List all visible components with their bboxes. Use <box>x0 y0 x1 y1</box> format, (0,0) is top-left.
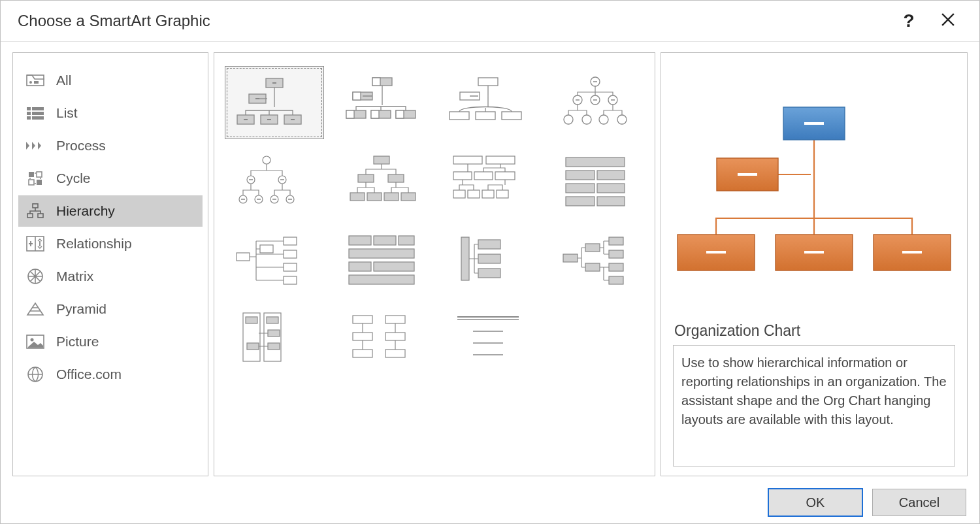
svg-rect-14 <box>27 214 33 218</box>
svg-rect-3 <box>27 107 31 110</box>
help-icon: ? <box>903 10 914 31</box>
close-button[interactable] <box>932 5 964 37</box>
svg-rect-7 <box>27 116 31 120</box>
layout-gallery <box>214 52 655 476</box>
category-label: Pyramid <box>56 301 106 317</box>
svg-rect-85 <box>349 236 371 245</box>
svg-rect-6 <box>32 112 44 115</box>
svg-rect-68 <box>453 190 465 198</box>
svg-rect-67 <box>495 172 515 180</box>
svg-rect-72 <box>566 157 625 167</box>
svg-rect-114 <box>353 350 372 357</box>
category-all[interactable]: All <box>18 65 203 96</box>
svg-rect-11 <box>29 180 34 185</box>
category-picture[interactable]: Picture <box>18 326 203 357</box>
dialog-body: All List Process Cycle <box>1 42 979 482</box>
layout-hierarchy-list[interactable] <box>546 144 644 216</box>
svg-rect-33 <box>371 110 379 118</box>
layout-horizontal-labeled-hierarchy[interactable] <box>546 223 644 295</box>
category-cycle[interactable]: Cycle <box>18 163 203 194</box>
svg-rect-15 <box>38 214 43 218</box>
layout-name-title-org-chart[interactable] <box>332 66 430 138</box>
titlebar: Choose a SmartArt Graphic ? <box>1 1 979 42</box>
svg-rect-88 <box>349 249 414 258</box>
help-button[interactable]: ? <box>893 5 924 37</box>
svg-rect-63 <box>453 156 482 164</box>
category-label: Relationship <box>56 236 132 252</box>
category-matrix[interactable]: Matrix <box>18 261 203 292</box>
svg-rect-56 <box>374 156 389 164</box>
category-relationship[interactable]: Relationship <box>18 228 203 259</box>
svg-rect-74 <box>597 171 625 180</box>
category-label: Cycle <box>56 171 91 186</box>
svg-rect-61 <box>384 193 399 201</box>
svg-rect-112 <box>353 333 372 340</box>
layout-architecture[interactable] <box>332 301 430 373</box>
svg-rect-105 <box>246 317 257 323</box>
svg-rect-109 <box>268 343 280 350</box>
preview-description: Use to show hierarchical information or … <box>673 345 955 467</box>
layout-grid <box>225 66 644 373</box>
svg-rect-69 <box>468 190 480 198</box>
svg-rect-35 <box>396 110 404 118</box>
layout-table-hierarchy[interactable] <box>439 144 537 216</box>
svg-rect-5 <box>27 112 31 115</box>
svg-point-49 <box>263 156 270 164</box>
category-sidebar: All List Process Cycle <box>12 52 208 476</box>
svg-rect-82 <box>284 250 297 258</box>
category-pyramid[interactable]: Pyramid <box>18 293 203 325</box>
preview-title: Organization Chart <box>674 322 954 340</box>
ok-button[interactable]: OK <box>768 488 863 517</box>
svg-rect-89 <box>349 262 371 271</box>
category-list[interactable]: List <box>18 97 203 129</box>
category-label: All <box>56 73 71 88</box>
layout-lined-list[interactable] <box>225 301 323 373</box>
layout-organization-chart[interactable] <box>225 66 324 139</box>
layout-simple-lined-list[interactable] <box>439 301 537 373</box>
svg-rect-8 <box>32 116 44 120</box>
svg-rect-76 <box>597 184 625 193</box>
svg-rect-106 <box>267 317 278 323</box>
svg-rect-102 <box>609 276 623 284</box>
svg-rect-4 <box>32 107 44 110</box>
svg-rect-78 <box>597 197 625 206</box>
layout-horizontal-hierarchy[interactable] <box>439 223 537 295</box>
svg-rect-13 <box>33 204 38 208</box>
svg-rect-59 <box>350 193 365 201</box>
layout-labeled-hierarchy[interactable] <box>332 144 430 216</box>
layout-horizontal-org-chart[interactable] <box>225 223 323 295</box>
category-process[interactable]: Process <box>18 130 203 161</box>
category-label: List <box>56 105 78 121</box>
svg-rect-2 <box>34 81 39 84</box>
svg-rect-96 <box>563 254 578 262</box>
category-label: Hierarchy <box>56 203 115 219</box>
svg-rect-39 <box>476 112 495 120</box>
svg-rect-91 <box>349 275 414 284</box>
svg-rect-93 <box>478 240 500 249</box>
svg-rect-66 <box>474 172 493 180</box>
category-hierarchy[interactable]: Hierarchy <box>18 195 203 227</box>
svg-rect-101 <box>609 263 623 271</box>
process-icon <box>25 137 46 155</box>
svg-point-48 <box>617 115 627 124</box>
svg-rect-38 <box>449 112 469 120</box>
svg-rect-97 <box>585 244 600 252</box>
svg-point-18 <box>31 338 34 342</box>
svg-rect-40 <box>502 112 521 120</box>
category-officecom[interactable]: Office.com <box>18 359 203 390</box>
category-label: Matrix <box>56 269 93 284</box>
layout-horizontal-multilevel[interactable] <box>332 223 430 295</box>
svg-rect-64 <box>486 156 515 164</box>
cycle-icon <box>25 169 46 188</box>
svg-rect-111 <box>385 316 405 323</box>
svg-rect-92 <box>461 237 469 280</box>
svg-rect-79 <box>237 253 250 261</box>
layout-half-circle-org-chart[interactable] <box>439 66 537 138</box>
layout-hierarchy[interactable] <box>225 144 323 216</box>
svg-rect-81 <box>284 237 297 245</box>
svg-rect-60 <box>367 193 382 201</box>
layout-circle-picture-hierarchy[interactable] <box>546 66 644 138</box>
cancel-button[interactable]: Cancel <box>872 489 966 516</box>
svg-rect-80 <box>260 245 273 253</box>
svg-rect-100 <box>609 250 623 258</box>
